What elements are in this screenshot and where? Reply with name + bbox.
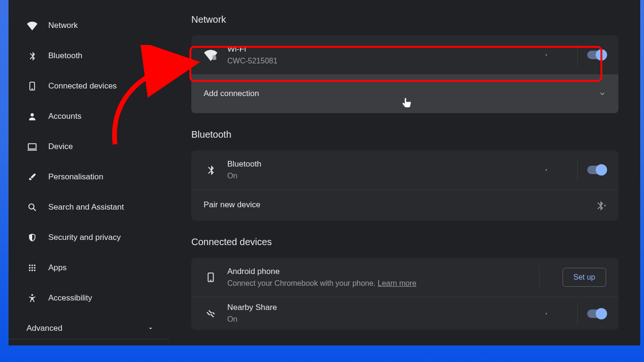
sidebar-item-label: Security and privacy bbox=[48, 233, 121, 242]
nearby-share-icon bbox=[204, 307, 218, 321]
chevron-down-icon bbox=[147, 325, 154, 332]
svg-point-11 bbox=[31, 267, 33, 268]
divider bbox=[577, 159, 578, 181]
sidebar-item-label: Network bbox=[48, 21, 78, 30]
sidebar-item-connected-devices[interactable]: Connected devices bbox=[9, 71, 169, 101]
nearby-share-toggle[interactable] bbox=[587, 309, 606, 318]
bluetooth-card: Bluetooth On Pair new device + bbox=[191, 150, 618, 221]
svg-point-8 bbox=[31, 265, 33, 266]
sidebar-item-apps[interactable]: Apps bbox=[9, 253, 169, 283]
learn-more-link[interactable]: Learn more bbox=[378, 279, 417, 287]
android-subtitle: Connect your Chromebook with your phone.… bbox=[227, 278, 530, 289]
chevron-right-icon bbox=[544, 167, 549, 173]
accessibility-icon bbox=[27, 292, 38, 304]
settings-content: Network Wi-Fi CWC-5215081 Add connection bbox=[170, 0, 640, 345]
svg-point-12 bbox=[34, 267, 36, 268]
svg-point-7 bbox=[29, 265, 30, 266]
sidebar-item-search-assistant[interactable]: Search and Assistant bbox=[9, 192, 169, 222]
sidebar: Network Bluetooth Connected devices Acco… bbox=[9, 0, 170, 345]
svg-line-6 bbox=[34, 209, 36, 211]
bluetooth-add-icon: + bbox=[596, 200, 606, 211]
sidebar-item-label: Connected devices bbox=[48, 81, 117, 91]
bluetooth-icon bbox=[204, 163, 218, 177]
laptop-icon bbox=[27, 141, 38, 152]
wifi-title: Wi-Fi bbox=[227, 44, 538, 55]
chevron-right-icon bbox=[544, 310, 549, 317]
settings-window: Network Bluetooth Connected devices Acco… bbox=[9, 0, 640, 345]
svg-point-15 bbox=[34, 270, 36, 271]
add-connection-row[interactable]: Add connection bbox=[191, 74, 618, 113]
smartphone-icon bbox=[27, 80, 38, 92]
svg-rect-3 bbox=[28, 144, 36, 149]
android-phone-row: Android phone Connect your Chromebook wi… bbox=[191, 258, 618, 297]
svg-point-14 bbox=[31, 270, 33, 271]
bluetooth-row[interactable]: Bluetooth On bbox=[191, 150, 618, 189]
sidebar-item-label: Search and Assistant bbox=[48, 203, 124, 212]
wifi-row[interactable]: Wi-Fi CWC-5215081 bbox=[191, 35, 618, 74]
sidebar-item-network[interactable]: Network bbox=[9, 10, 169, 41]
pair-label: Pair new device bbox=[204, 200, 596, 211]
sidebar-item-personalisation[interactable]: Personalisation bbox=[9, 162, 169, 192]
chevron-right-icon bbox=[544, 52, 549, 58]
wifi-subtitle: CWC-5215081 bbox=[227, 56, 538, 66]
network-card: Wi-Fi CWC-5215081 Add connection bbox=[191, 35, 618, 113]
nearby-sub: On bbox=[227, 314, 538, 325]
divider bbox=[577, 302, 578, 325]
sidebar-item-label: Bluetooth bbox=[48, 51, 82, 61]
set-up-button[interactable]: Set up bbox=[563, 268, 606, 287]
smartphone-icon bbox=[204, 270, 218, 284]
add-connection-label: Add connection bbox=[204, 88, 259, 99]
apps-grid-icon bbox=[27, 262, 38, 274]
sidebar-item-label: Accessibility bbox=[48, 293, 92, 303]
bluetooth-row-title: Bluetooth bbox=[227, 159, 538, 170]
sidebar-item-device[interactable]: Device bbox=[9, 132, 169, 162]
svg-point-13 bbox=[29, 270, 30, 271]
pair-new-device-row[interactable]: Pair new device + bbox=[191, 189, 618, 221]
sidebar-item-label: Device bbox=[48, 142, 73, 151]
svg-point-9 bbox=[34, 265, 36, 266]
nearby-title: Nearby Share bbox=[227, 302, 538, 313]
wifi-toggle[interactable] bbox=[587, 51, 606, 59]
sidebar-item-accounts[interactable]: Accounts bbox=[9, 101, 169, 132]
bluetooth-toggle[interactable] bbox=[587, 166, 606, 174]
sidebar-advanced[interactable]: Advanced bbox=[9, 315, 169, 339]
svg-point-10 bbox=[29, 267, 30, 268]
advanced-label: Advanced bbox=[27, 324, 63, 333]
person-icon bbox=[27, 111, 38, 122]
android-title: Android phone bbox=[227, 266, 530, 277]
nearby-share-row[interactable]: Nearby Share On bbox=[191, 297, 618, 330]
wifi-lock-icon bbox=[204, 48, 218, 62]
sidebar-item-label: Accounts bbox=[48, 112, 81, 121]
chevron-down-icon bbox=[599, 90, 606, 97]
sidebar-item-security-privacy[interactable]: Security and privacy bbox=[9, 222, 169, 253]
svg-point-5 bbox=[29, 204, 34, 209]
wifi-icon bbox=[27, 20, 38, 31]
connected-devices-card: Android phone Connect your Chromebook wi… bbox=[191, 258, 618, 330]
sidebar-item-label: Apps bbox=[48, 263, 67, 273]
sidebar-item-label: Personalisation bbox=[48, 172, 103, 182]
divider bbox=[539, 266, 540, 289]
svg-point-16 bbox=[31, 294, 33, 296]
divider bbox=[577, 44, 578, 66]
search-icon bbox=[27, 202, 38, 213]
bluetooth-row-sub: On bbox=[227, 171, 538, 181]
shield-icon bbox=[27, 232, 38, 243]
brush-icon bbox=[27, 171, 38, 183]
svg-text:+: + bbox=[604, 203, 607, 208]
bluetooth-icon bbox=[27, 50, 38, 62]
section-title-network: Network bbox=[191, 14, 618, 25]
section-title-connected: Connected devices bbox=[191, 237, 618, 247]
svg-point-2 bbox=[31, 113, 34, 116]
section-title-bluetooth: Bluetooth bbox=[191, 129, 618, 140]
sidebar-item-bluetooth[interactable]: Bluetooth bbox=[9, 41, 169, 71]
sidebar-item-accessibility[interactable]: Accessibility bbox=[9, 283, 169, 313]
